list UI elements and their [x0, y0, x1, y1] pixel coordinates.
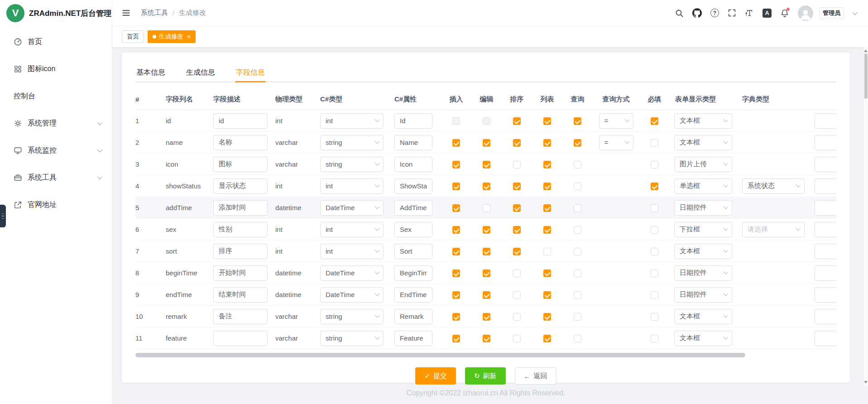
overflow-column-input[interactable]: [815, 222, 836, 237]
tag-active-page[interactable]: 生成修改 ×: [148, 30, 196, 43]
form-display-type-select[interactable]: 日期控件: [674, 287, 732, 303]
csharp-type-select[interactable]: string: [320, 135, 384, 150]
csharp-attr-input[interactable]: [394, 287, 432, 303]
csharp-attr-input[interactable]: [394, 113, 432, 129]
field-description-input[interactable]: [213, 222, 268, 237]
edit-checkbox[interactable]: [483, 204, 490, 212]
csharp-type-select[interactable]: string: [320, 331, 384, 346]
insert-checkbox[interactable]: [452, 313, 460, 321]
list-checkbox[interactable]: [543, 183, 551, 190]
form-display-type-select[interactable]: 日期控件: [674, 265, 732, 281]
required-checkbox[interactable]: [651, 117, 658, 125]
query-checkbox[interactable]: [574, 226, 581, 234]
close-icon[interactable]: ×: [187, 34, 191, 40]
list-checkbox[interactable]: [543, 226, 551, 234]
query-mode-select[interactable]: =: [599, 135, 633, 150]
horizontal-scrollbar-thumb[interactable]: [135, 353, 745, 357]
form-display-type-select[interactable]: 文本框: [674, 135, 732, 150]
overflow-column-input[interactable]: [815, 135, 836, 150]
query-checkbox[interactable]: [574, 139, 581, 147]
required-checkbox[interactable]: [651, 269, 658, 277]
edit-checkbox[interactable]: [483, 117, 490, 125]
csharp-attr-input[interactable]: [394, 178, 432, 194]
overflow-column-input[interactable]: [815, 157, 836, 172]
edit-checkbox[interactable]: [483, 226, 490, 234]
csharp-attr-input[interactable]: [394, 244, 432, 259]
required-checkbox[interactable]: [651, 226, 658, 234]
list-checkbox[interactable]: [543, 291, 551, 299]
overflow-column-input[interactable]: [815, 331, 836, 346]
tab-field-info[interactable]: 字段信息: [235, 63, 266, 82]
list-checkbox[interactable]: [543, 313, 551, 321]
csharp-type-select[interactable]: int: [320, 222, 384, 237]
csharp-type-select[interactable]: DateTime: [320, 200, 384, 216]
required-checkbox[interactable]: [651, 183, 658, 190]
field-description-input[interactable]: [213, 178, 268, 194]
insert-checkbox[interactable]: [452, 183, 460, 190]
back-button[interactable]: ← 返回: [515, 367, 556, 385]
avatar[interactable]: [798, 5, 813, 21]
list-checkbox[interactable]: [543, 248, 551, 255]
sort-checkbox[interactable]: [513, 269, 521, 277]
app-logo[interactable]: V ZRAdmin.NET后台管理: [0, 0, 112, 26]
overflow-column-input[interactable]: [815, 244, 836, 259]
form-display-type-select[interactable]: 日期控件: [674, 200, 732, 216]
overflow-column-input[interactable]: [815, 200, 836, 216]
form-display-type-select[interactable]: 下拉框: [674, 222, 732, 237]
scroll-up-arrow[interactable]: [864, 49, 868, 52]
query-checkbox[interactable]: [574, 269, 581, 277]
chevron-down-icon[interactable]: [853, 10, 858, 14]
field-description-input[interactable]: [213, 135, 268, 150]
tab-basic-info[interactable]: 基本信息: [135, 63, 166, 82]
csharp-attr-input[interactable]: [394, 265, 432, 281]
sort-checkbox[interactable]: [513, 313, 521, 321]
insert-checkbox[interactable]: [452, 204, 460, 212]
sidebar-item-1[interactable]: 首页: [0, 28, 112, 55]
required-checkbox[interactable]: [651, 313, 658, 321]
query-checkbox[interactable]: [574, 313, 581, 321]
insert-checkbox[interactable]: [452, 269, 460, 277]
sidebar-item-5[interactable]: 系统监控: [0, 137, 112, 164]
insert-checkbox[interactable]: [452, 226, 460, 234]
sort-checkbox[interactable]: [513, 161, 521, 168]
form-display-type-select[interactable]: 文本框: [674, 244, 732, 259]
list-checkbox[interactable]: [543, 139, 551, 147]
edit-checkbox[interactable]: [483, 139, 490, 147]
csharp-attr-input[interactable]: [394, 331, 432, 346]
edit-checkbox[interactable]: [483, 291, 490, 299]
search-icon[interactable]: [675, 9, 684, 18]
required-checkbox[interactable]: [651, 248, 658, 255]
form-display-type-select[interactable]: 文本框: [674, 331, 732, 346]
dict-type-select[interactable]: 系统状态: [742, 178, 805, 194]
required-checkbox[interactable]: [651, 161, 658, 168]
field-description-input[interactable]: [213, 200, 268, 216]
query-checkbox[interactable]: [574, 117, 581, 125]
form-display-type-select[interactable]: 单选框: [674, 178, 732, 194]
query-checkbox[interactable]: [574, 161, 581, 168]
refresh-button[interactable]: ↻ 刷新: [465, 367, 506, 385]
bell-icon[interactable]: [780, 9, 789, 18]
query-mode-select[interactable]: =: [599, 113, 633, 129]
required-checkbox[interactable]: [651, 139, 658, 147]
csharp-type-select[interactable]: int: [320, 178, 384, 194]
overflow-column-input[interactable]: [815, 287, 836, 303]
csharp-attr-input[interactable]: [394, 157, 432, 172]
sort-checkbox[interactable]: [513, 335, 521, 342]
query-checkbox[interactable]: [574, 291, 581, 299]
csharp-type-select[interactable]: int: [320, 244, 384, 259]
submit-button[interactable]: ✓ 提交: [415, 367, 456, 385]
csharp-attr-input[interactable]: [394, 135, 432, 150]
font-size-icon[interactable]: [745, 9, 754, 18]
csharp-attr-input[interactable]: [394, 200, 432, 216]
required-checkbox[interactable]: [651, 291, 658, 299]
csharp-type-select[interactable]: string: [320, 157, 384, 172]
edit-checkbox[interactable]: [483, 161, 490, 168]
required-checkbox[interactable]: [651, 335, 658, 342]
breadcrumb-item[interactable]: 系统工具: [141, 9, 168, 17]
insert-checkbox[interactable]: [452, 291, 460, 299]
form-display-type-select[interactable]: 文本框: [674, 113, 732, 129]
csharp-type-select[interactable]: DateTime: [320, 287, 384, 303]
dict-type-select[interactable]: 请选择: [742, 222, 805, 237]
collapse-sidebar-icon[interactable]: [121, 8, 131, 18]
query-checkbox[interactable]: [574, 183, 581, 190]
